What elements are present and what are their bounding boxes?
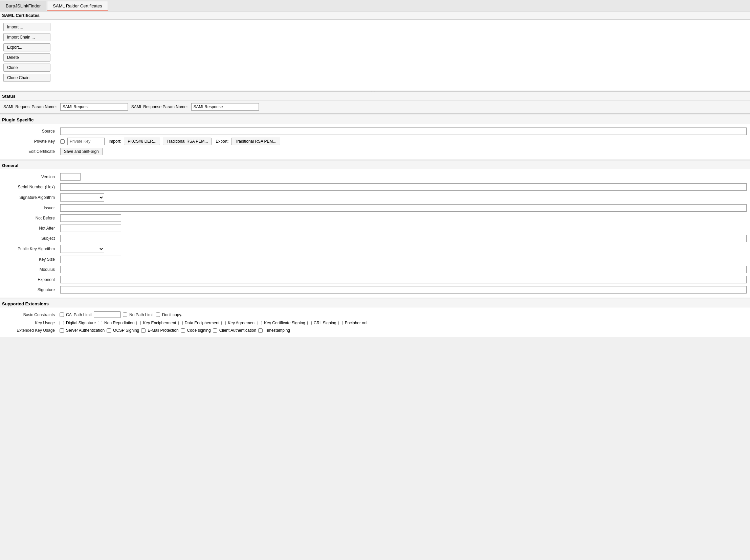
ocsp-signing-label: OCSP Signing bbox=[113, 328, 139, 333]
plugin-specific-section: Source Private Key Import: PKCS#8 DER...… bbox=[0, 123, 750, 159]
code-signing-label: Code signing bbox=[187, 328, 211, 333]
timestamping-checkbox[interactable] bbox=[258, 328, 263, 333]
save-self-sign-button[interactable]: Save and Self-Sign bbox=[60, 148, 102, 155]
timestamping-label: Timestamping bbox=[265, 328, 290, 333]
exponent-row: Exponent bbox=[0, 275, 750, 285]
extended-key-usage-label: Extended Key Usage bbox=[3, 328, 58, 333]
non-repudiation-label: Non Repudiation bbox=[104, 320, 134, 325]
clone-button[interactable]: Clone bbox=[3, 64, 51, 72]
data-encipherment-checkbox[interactable] bbox=[178, 321, 183, 325]
signature-label: Signature bbox=[3, 287, 58, 292]
exponent-input[interactable] bbox=[60, 276, 747, 283]
subject-row: Subject bbox=[0, 233, 750, 244]
dont-copy-label: Don't copy. bbox=[162, 312, 182, 317]
not-after-label: Not After bbox=[3, 226, 58, 231]
source-input[interactable] bbox=[60, 127, 747, 135]
key-agreement-label: Key Agreement bbox=[228, 320, 256, 325]
not-before-row: Not Before bbox=[0, 213, 750, 223]
email-protection-checkbox[interactable] bbox=[141, 328, 145, 333]
key-encipherment-checkbox[interactable] bbox=[136, 321, 141, 325]
data-encipherment-label: Data Encipherment bbox=[185, 320, 220, 325]
dont-copy-checkbox[interactable] bbox=[156, 312, 160, 317]
path-limit-input[interactable] bbox=[94, 311, 121, 318]
client-auth-checkbox[interactable] bbox=[213, 328, 217, 333]
signature-algorithm-label: Signature Algorithm bbox=[3, 195, 58, 200]
key-size-input[interactable] bbox=[60, 256, 121, 263]
serial-number-input[interactable] bbox=[60, 183, 747, 191]
key-size-label: Key Size bbox=[3, 257, 58, 262]
saml-response-param-input[interactable] bbox=[191, 103, 259, 110]
version-label: Version bbox=[3, 174, 58, 179]
client-auth-label: Client Authentication bbox=[219, 328, 256, 333]
exponent-label: Exponent bbox=[3, 277, 58, 282]
saml-certs-section-label: SAML Certificates bbox=[0, 12, 750, 20]
issuer-label: Issuer bbox=[3, 206, 58, 210]
public-key-algorithm-select[interactable] bbox=[60, 245, 104, 253]
divider-dots: · · · bbox=[371, 90, 379, 94]
modulus-label: Modulus bbox=[3, 267, 58, 272]
main-scroll-area: Plugin Specific Source Private Key Impor… bbox=[0, 113, 750, 337]
no-path-limit-checkbox[interactable] bbox=[123, 312, 127, 317]
tab-burp-js-link-finder[interactable]: BurpJSLinkFinder bbox=[0, 1, 46, 11]
crl-signing-label: CRL Signing bbox=[314, 320, 336, 325]
traditional-rsa-pem-export-button[interactable]: Traditional RSA PEM... bbox=[231, 138, 280, 145]
traditional-rsa-pem-import-button[interactable]: Traditional RSA PEM... bbox=[163, 138, 212, 145]
edit-certificate-label: Edit Certificate bbox=[3, 149, 58, 154]
extended-key-usage-row: Extended Key Usage Server Authentication… bbox=[0, 327, 750, 334]
code-signing-checkbox[interactable] bbox=[181, 328, 185, 333]
extensions-section-label: Supported Extensions bbox=[0, 299, 750, 307]
version-input[interactable] bbox=[60, 173, 81, 181]
general-section: Version Serial Number (Hex) Signature Al… bbox=[0, 169, 750, 297]
cert-buttons-panel: Import ... Import Chain ... Export... De… bbox=[0, 20, 54, 91]
key-cert-signing-checkbox[interactable] bbox=[258, 321, 262, 325]
tab-saml-raider-certificates[interactable]: SAML Raider Certificates bbox=[47, 1, 107, 11]
clone-chain-button[interactable]: Clone Chain bbox=[3, 74, 51, 82]
source-label: Source bbox=[3, 129, 58, 133]
key-usage-label: Key Usage bbox=[3, 320, 58, 325]
import-chain-button[interactable]: Import Chain ... bbox=[3, 33, 51, 41]
signature-algorithm-select[interactable] bbox=[60, 193, 104, 202]
digital-signature-label: Digital Signature bbox=[66, 320, 96, 325]
issuer-input[interactable] bbox=[60, 204, 747, 212]
delete-button[interactable]: Delete bbox=[3, 54, 51, 62]
extensions-section: Basic Constraints CA Path Limit No Path … bbox=[0, 307, 750, 337]
pkcs8-der-button[interactable]: PKCS#8 DER... bbox=[124, 138, 160, 145]
private-key-input[interactable] bbox=[67, 138, 104, 145]
export-label: Export: bbox=[216, 139, 229, 144]
non-repudiation-checkbox[interactable] bbox=[98, 321, 102, 325]
status-section-label: Status bbox=[0, 92, 750, 100]
signature-row: Signature bbox=[0, 285, 750, 295]
tab-bar: BurpJSLinkFinder SAML Raider Certificate… bbox=[0, 0, 750, 12]
crl-signing-checkbox[interactable] bbox=[307, 321, 312, 325]
basic-constraints-label: Basic Constraints bbox=[3, 312, 58, 317]
server-auth-checkbox[interactable] bbox=[60, 328, 64, 333]
ca-label: CA bbox=[66, 312, 72, 317]
status-section: Status SAML Request Param Name: SAML Res… bbox=[0, 92, 750, 113]
encipher-only-checkbox[interactable] bbox=[338, 321, 343, 325]
public-key-algorithm-row: Public Key Algorithm bbox=[0, 244, 750, 254]
ocsp-signing-checkbox[interactable] bbox=[106, 328, 111, 333]
not-after-input[interactable] bbox=[60, 225, 121, 232]
private-key-checkbox[interactable] bbox=[60, 139, 65, 144]
not-before-label: Not Before bbox=[3, 216, 58, 221]
status-row: SAML Request Param Name: SAML Response P… bbox=[0, 100, 750, 113]
key-size-row: Key Size bbox=[0, 254, 750, 265]
version-row: Version bbox=[0, 172, 750, 182]
encipher-only-label: Encipher onl bbox=[345, 320, 368, 325]
ca-checkbox[interactable] bbox=[60, 312, 64, 317]
cert-list bbox=[54, 20, 750, 91]
not-before-input[interactable] bbox=[60, 214, 121, 222]
import-button[interactable]: Import ... bbox=[3, 23, 51, 31]
not-after-row: Not After bbox=[0, 223, 750, 233]
path-limit-label: Path Limit bbox=[74, 312, 92, 317]
signature-input[interactable] bbox=[60, 286, 747, 293]
issuer-row: Issuer bbox=[0, 203, 750, 213]
subject-input[interactable] bbox=[60, 235, 747, 242]
digital-signature-checkbox[interactable] bbox=[60, 321, 64, 325]
saml-request-param-input[interactable] bbox=[60, 103, 128, 110]
server-auth-label: Server Authentication bbox=[66, 328, 104, 333]
modulus-input[interactable] bbox=[60, 266, 747, 273]
export-button[interactable]: Export... bbox=[3, 43, 51, 51]
import-label: Import: bbox=[108, 139, 121, 144]
key-agreement-checkbox[interactable] bbox=[221, 321, 226, 325]
